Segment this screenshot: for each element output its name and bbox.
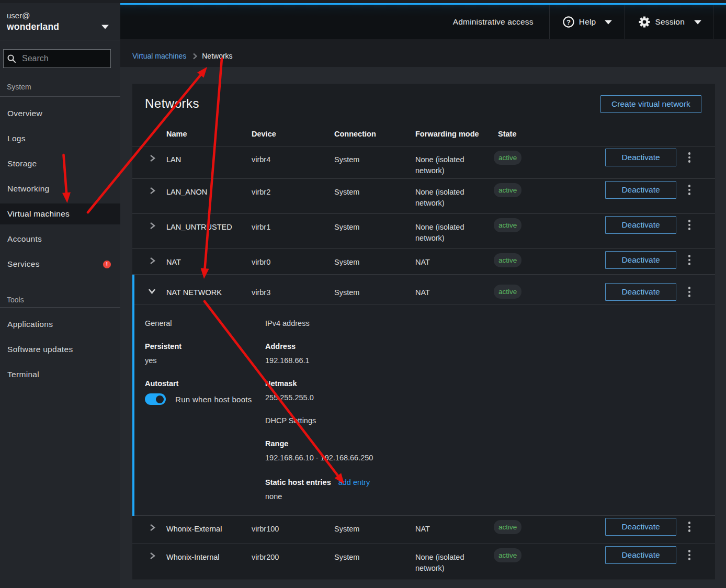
sidebar-item-overview[interactable]: Overview [0, 103, 120, 124]
table-header-row: Name Device Connection Forwarding mode S… [132, 120, 715, 146]
networks-table: Name Device Connection Forwarding mode S… [132, 120, 715, 580]
expand-toggle[interactable] [145, 185, 158, 198]
chevron-down-icon [101, 22, 109, 31]
nav-section-system: System Overview Logs Storage Networking … [0, 68, 120, 275]
expand-toggle[interactable] [145, 255, 158, 268]
cell-device: virbr2 [252, 179, 334, 198]
kebab-menu-button[interactable] [682, 149, 697, 166]
cell-device: virbr200 [252, 544, 334, 563]
deactivate-button[interactable]: Deactivate [605, 518, 676, 536]
status-badge: active [494, 285, 521, 299]
nav-section-title: Tools [0, 279, 120, 308]
user-menu[interactable]: user@ wonderland [0, 3, 120, 40]
cell-actions: Deactivate [605, 544, 715, 564]
deactivate-button[interactable]: Deactivate [605, 251, 676, 269]
user-name: user@ [7, 10, 112, 21]
range-label: Range [265, 438, 443, 449]
sidebar-item-networking[interactable]: Networking [0, 178, 120, 199]
deactivate-button[interactable]: Deactivate [605, 181, 676, 199]
sidebar-item-software-updates[interactable]: Software updates [0, 339, 120, 360]
col-header-connection: Connection [334, 120, 415, 140]
table-row-lan: LAN virbr4 System None (isolated network… [132, 146, 715, 179]
session-menu[interactable]: Session [625, 5, 713, 39]
host-name: wonderland [7, 21, 112, 33]
kebab-menu-button[interactable] [682, 518, 697, 536]
status-badge: active [494, 253, 521, 267]
cell-actions: Deactivate [605, 179, 715, 199]
status-badge: active [494, 183, 521, 197]
cell-name: NAT [166, 249, 252, 268]
table-row-whonix-internal: Whonix-Internal virbr200 System None (is… [132, 544, 715, 580]
table-row-lan-anon: LAN_ANON virbr2 System None (isolated ne… [132, 179, 715, 214]
sidebar-item-storage[interactable]: Storage [0, 153, 120, 174]
ipv4-heading: IPv4 address [265, 318, 443, 329]
range-value: 192.168.66.10 - 192.168.66.250 [265, 453, 443, 463]
search-box [3, 49, 111, 68]
kebab-menu-button[interactable] [682, 181, 697, 199]
search-wrap [0, 40, 120, 68]
cell-state: active [494, 214, 605, 232]
status-badge: active [494, 218, 521, 232]
admin-access-indicator[interactable]: Administrative access [437, 5, 549, 39]
cell-device: virbr1 [252, 214, 334, 233]
kebab-menu-button[interactable] [682, 283, 697, 301]
sidebar-item-services[interactable]: Services! [0, 254, 120, 275]
cell-forwarding-mode: None (isolated network) [415, 544, 494, 574]
deactivate-button[interactable]: Deactivate [605, 216, 676, 234]
cell-state: active [494, 516, 605, 534]
sidebar-item-virtual-machines[interactable]: Virtual machines [0, 203, 120, 224]
cell-connection: System [334, 249, 415, 268]
masthead-endpad [713, 5, 726, 39]
expand-toggle[interactable] [145, 522, 158, 535]
create-virtual-network-button[interactable]: Create virtual network [600, 95, 701, 113]
kebab-menu-button[interactable] [682, 251, 697, 269]
cell-connection: System [334, 146, 415, 165]
netmask-label: Netmask [265, 378, 443, 389]
expand-toggle[interactable] [145, 285, 158, 298]
breadcrumb-link-virtual-machines[interactable]: Virtual machines [132, 52, 186, 60]
chevron-right-icon [148, 187, 156, 196]
cell-device: virbr4 [252, 146, 334, 165]
cell-connection: System [334, 214, 415, 233]
chevron-right-icon [148, 552, 156, 561]
sidebar-item-logs[interactable]: Logs [0, 128, 120, 149]
cell-device: virbr0 [252, 249, 334, 268]
deactivate-button[interactable]: Deactivate [605, 546, 676, 564]
breadcrumb: Virtual machines Networks [120, 39, 726, 67]
alert-badge: ! [103, 261, 111, 268]
sidebar-item-accounts[interactable]: Accounts [0, 229, 120, 250]
page-title: Networks [145, 96, 199, 111]
kebab-menu-button[interactable] [682, 216, 697, 234]
cell-forwarding-mode: None (isolated network) [415, 179, 494, 209]
expand-toggle[interactable] [145, 220, 158, 233]
breadcrumb-current: Networks [202, 52, 232, 60]
main-area: Administrative access ? Help Session Vir… [120, 0, 726, 588]
table-row-lan-untrusted: LAN_UNTRUSTED virbr1 System None (isolat… [132, 214, 715, 249]
add-entry-link[interactable]: add entry [338, 477, 370, 488]
cell-forwarding-mode: None (isolated network) [415, 214, 494, 244]
chevron-down-icon [694, 17, 701, 27]
sidebar-item-applications[interactable]: Applications [0, 314, 120, 335]
expand-toggle[interactable] [145, 550, 158, 563]
status-badge: active [494, 520, 521, 534]
search-icon [7, 54, 16, 63]
sidebar-item-terminal[interactable]: Terminal [0, 364, 120, 385]
svg-text:?: ? [566, 18, 571, 26]
cell-state: active [494, 146, 605, 165]
deactivate-button[interactable]: Deactivate [605, 283, 676, 301]
networks-card: Networks Create virtual network Name Dev… [132, 84, 715, 580]
col-header-state: State [494, 120, 605, 140]
autostart-toggle[interactable] [145, 393, 166, 405]
expand-toggle[interactable] [145, 153, 158, 165]
chevron-down-icon [605, 17, 612, 27]
deactivate-button[interactable]: Deactivate [605, 149, 676, 166]
window-top-strip [0, 0, 726, 3]
cell-connection: System [334, 179, 415, 198]
cell-device: virbr3 [252, 275, 334, 298]
search-input[interactable] [22, 54, 106, 63]
kebab-menu-button[interactable] [682, 546, 697, 564]
help-menu[interactable]: ? Help [550, 5, 625, 39]
cell-connection: System [334, 516, 415, 535]
cell-state: active [494, 249, 605, 267]
cell-state: active [494, 179, 605, 197]
